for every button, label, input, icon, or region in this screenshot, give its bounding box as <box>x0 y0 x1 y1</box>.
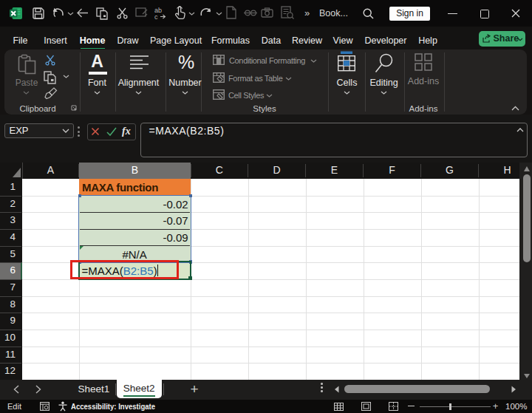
svg-text:c: c <box>154 13 158 20</box>
